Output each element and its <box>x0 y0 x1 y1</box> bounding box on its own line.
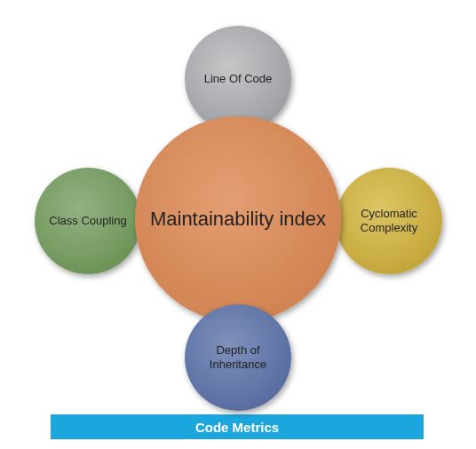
title-bar: Code Metrics <box>51 414 424 439</box>
title-label: Code Metrics <box>195 420 279 435</box>
metric-depth-of-inheritance: Depth of Inheritance <box>185 304 291 411</box>
metric-cyclomatic-complexity: Cyclomatic Complexity <box>336 168 442 274</box>
metric-label: Depth of Inheritance <box>192 343 284 371</box>
metric-class-coupling: Class Coupling <box>35 168 141 274</box>
metric-label: Cyclomatic Complexity <box>343 207 435 234</box>
metric-label: Class Coupling <box>49 214 126 228</box>
diagram-canvas: Line Of Code Class Coupling Cyclomatic C… <box>0 0 476 449</box>
center-label: Maintainability index <box>150 208 326 230</box>
metric-label: Line Of Code <box>204 72 273 86</box>
metric-maintainability-index: Maintainability index <box>135 116 341 322</box>
